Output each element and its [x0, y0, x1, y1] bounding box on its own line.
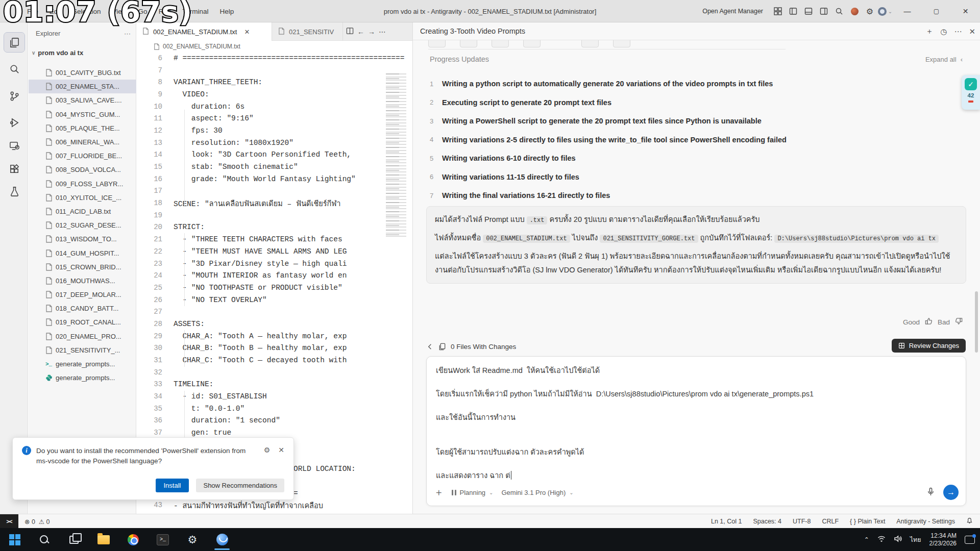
toggle-panel-icon[interactable] — [801, 4, 816, 18]
antigravity-app-icon[interactable] — [207, 528, 237, 551]
source-control-icon[interactable] — [4, 86, 24, 106]
thumbs-down-icon[interactable] — [955, 317, 963, 327]
maximize-button[interactable]: ▢ — [922, 0, 951, 22]
notification-settings-gear-icon[interactable]: ⚙ — [264, 446, 271, 466]
panel-more-icon[interactable]: ⋯ — [954, 27, 962, 36]
expand-all-button[interactable]: Expand all ‹ — [925, 56, 963, 63]
code-line[interactable]: 34 - id: S01_ESTABLISH — [136, 390, 412, 403]
agent-grid-icon[interactable] — [770, 4, 786, 18]
chrome-icon[interactable] — [118, 528, 148, 551]
status-item[interactable]: { } Plain Text — [850, 518, 885, 525]
code-line[interactable]: 9 VIDEO: — [136, 88, 412, 101]
problems-indicator[interactable]: ⊗ 0 ⚠ 0 — [24, 518, 50, 525]
file-row[interactable]: 014_GUM_HOSPIT... — [29, 246, 136, 260]
toggle-sidebar-icon[interactable] — [786, 4, 801, 18]
file-row[interactable]: 013_WISDOM_TO... — [29, 232, 136, 246]
code-line[interactable]: 8VARIANT_THREE_TEETH: — [136, 76, 412, 88]
back-arrow-icon[interactable] — [426, 343, 434, 350]
code-line[interactable]: 31 CHAR_C: "Tooth C — decayed tooth with — [136, 354, 412, 366]
send-button[interactable]: → — [943, 485, 959, 500]
add-context-icon[interactable]: ＋ — [434, 486, 444, 499]
volume-icon[interactable] — [894, 535, 902, 545]
microphone-icon[interactable] — [926, 487, 935, 498]
code-line[interactable]: 33TIMELINE: — [136, 379, 412, 391]
close-button[interactable]: ✕ — [951, 0, 980, 22]
minimize-button[interactable]: — — [893, 0, 922, 22]
code-line[interactable]: 29 CHAR_A: "Tooth A — healthy molar, exp — [136, 330, 412, 342]
code-line[interactable]: 22 - "TEETH MUST HAVE SMALL ARMS AND LEG — [136, 245, 412, 258]
task-view-icon[interactable] — [59, 528, 89, 551]
file-row[interactable]: 007_FLUORIDE_BE... — [29, 149, 136, 163]
notifications-icon[interactable] — [965, 536, 975, 544]
toggle-secondary-sidebar-icon[interactable] — [816, 4, 831, 18]
chat-input[interactable]: เขียนWork ใส่ Readme.md ให้คนใช้เอาไปใช้… — [426, 356, 966, 506]
taskbar-search-icon[interactable] — [30, 528, 59, 551]
progress-item[interactable]: 7Writing the final variations 16-21 dire… — [430, 186, 940, 205]
file-row[interactable]: 006_MINERAL_WA... — [29, 135, 136, 149]
show-recommendations-button[interactable]: Show Recommendations — [196, 479, 284, 492]
code-line[interactable]: 30 CHAR_B: "Tooth B — healthy molar, exp — [136, 342, 412, 355]
progress-item[interactable]: 2Executing script to generate 20 prompt … — [430, 93, 940, 112]
test-flask-icon[interactable] — [4, 182, 24, 201]
file-row[interactable]: >_generate_prompts... — [29, 357, 136, 371]
menu-help[interactable]: Help — [215, 6, 238, 17]
file-row[interactable]: 021_SENSITIVITY_... — [29, 343, 136, 357]
thumbs-up-icon[interactable] — [925, 317, 933, 327]
explorer-more-icon[interactable]: ··· — [124, 30, 131, 37]
file-row[interactable]: 020_ENAMEL_PRO... — [29, 330, 136, 343]
status-item[interactable]: Ln 1, Col 1 — [711, 518, 742, 525]
assistant-orb-icon[interactable] — [847, 4, 862, 18]
status-item[interactable]: CRLF — [822, 518, 839, 525]
run-debug-icon[interactable] — [4, 113, 24, 132]
file-row[interactable]: generate_prompts... — [29, 371, 136, 385]
progress-item[interactable]: 5Writing variations 6-10 directly to fil… — [430, 149, 940, 168]
code-line[interactable]: 10 duration: 6s — [136, 101, 412, 113]
file-row[interactable]: 009_FLOSS_LABYR... — [29, 177, 136, 191]
new-conversation-icon[interactable]: ＋ — [925, 27, 933, 36]
code-line[interactable]: 11 aspect: "9:16" — [136, 112, 412, 124]
explorer-icon[interactable] — [4, 33, 24, 52]
account-avatar[interactable]: ⌄ — [877, 4, 893, 18]
progress-item[interactable]: 4Writing variations 2-5 directly to file… — [430, 131, 940, 149]
code-line[interactable]: 32 — [136, 366, 412, 379]
search-sidebar-icon[interactable] — [4, 59, 24, 79]
code-line[interactable]: 16 grade: "Mouth World Fantasy Lighting" — [136, 173, 412, 185]
clock[interactable]: 12:34 AM 2/23/2026 — [929, 532, 957, 547]
extensions-icon[interactable] — [4, 159, 24, 179]
file-row[interactable]: 010_XYLITOL_ICE_... — [29, 191, 136, 205]
code-line[interactable]: 19 — [136, 209, 412, 221]
notification-close-icon[interactable]: ✕ — [278, 446, 284, 466]
file-row[interactable]: 012_SUGAR_DESE... — [29, 218, 136, 232]
code-line[interactable]: 14 look: "3D Cartoon Personified Teeth, — [136, 149, 412, 161]
workspace-folder[interactable]: ∨ prom vdo ai tx — [32, 49, 83, 57]
code-line[interactable]: 21 - "THREE TEETH CHARACTERS with faces — [136, 233, 412, 245]
code-line[interactable]: 20STRICT: — [136, 221, 412, 234]
mode-selector[interactable]: Planning ⌄ — [452, 489, 494, 496]
remote-window-button[interactable]: >< — [0, 514, 18, 529]
file-row[interactable]: 008_SODA_VOLCA... — [29, 163, 136, 177]
code-line[interactable]: 36 duration: "1 second" — [136, 415, 412, 427]
code-line[interactable]: 12 fps: 30 — [136, 124, 412, 137]
file-row[interactable]: 002_ENAMEL_STA... — [29, 80, 136, 93]
code-line[interactable]: 15 stab: "Smooth cinematic" — [136, 161, 412, 173]
code-line[interactable]: 24 - "MOUTH INTERIOR as fantasy world en — [136, 269, 412, 282]
panel-scrollbar[interactable] — [975, 291, 978, 353]
file-row[interactable]: 003_SALIVA_CAVE.... — [29, 93, 136, 107]
file-explorer-icon[interactable] — [89, 528, 118, 551]
hidden-icons-chevron[interactable]: ⌃ — [864, 536, 869, 543]
code-line[interactable]: 6# =====================================… — [136, 52, 412, 64]
file-row[interactable]: 019_ROOT_CANAL... — [29, 315, 136, 329]
nav-forward-icon[interactable]: → — [368, 28, 375, 36]
start-button[interactable] — [0, 528, 30, 551]
file-row[interactable]: 015_CROWN_BRID... — [29, 260, 136, 274]
panel-close-icon[interactable]: ✕ — [969, 27, 975, 36]
terminal-app-icon[interactable]: >_ — [148, 528, 178, 551]
open-agent-manager-button[interactable]: Open Agent Manager — [702, 8, 763, 15]
code-line[interactable]: 27 — [136, 306, 412, 318]
file-row[interactable]: 011_ACID_LAB.txt — [29, 205, 136, 218]
progress-item[interactable]: 3Writing a PowerShell script to generate… — [430, 112, 940, 131]
install-button[interactable]: Install — [156, 479, 189, 492]
file-row[interactable]: 005_PLAQUE_THE... — [29, 121, 136, 135]
search-icon[interactable] — [831, 4, 847, 18]
code-line[interactable]: 18SCENE: "ลานเคลือบฟันสเตเดียม – ฟันดีเช… — [136, 197, 412, 209]
